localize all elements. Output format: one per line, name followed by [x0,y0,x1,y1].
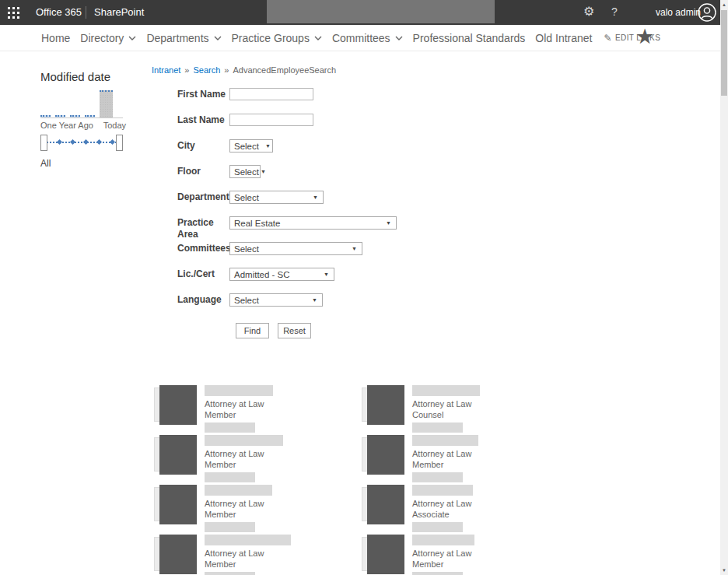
result-card[interactable]: Attorney at Law Member [159,482,367,532]
redacted-contact-bar [205,472,255,482]
histogram-bar-today [100,90,113,117]
redacted-contact-bar [412,422,463,433]
card-body: Attorney at Law Associate [412,482,473,532]
redacted-name-bar [412,385,480,396]
card-edge-decoration [362,537,367,571]
suite-bar-redacted-area [267,0,495,23]
app-launcher-icon[interactable] [7,6,20,19]
reset-button[interactable]: Reset [278,323,311,338]
result-card[interactable]: Attorney at Law Member [159,532,367,575]
person-photo-placeholder [367,385,404,425]
practice-area-select[interactable]: Real Estate ▼ [229,216,397,230]
breadcrumb: Intranet » Search » AdvancedEmployeeSear… [152,65,336,75]
find-button[interactable]: Find [236,323,269,338]
nav-item-old-intranet[interactable]: Old Intranet [535,32,592,44]
person-photo-placeholder [159,485,197,524]
card-edge-decoration [362,487,367,521]
city-select[interactable]: Select ▼ [229,139,273,153]
result-card[interactable]: Attorney at Law Associate [367,482,575,532]
last-name-input[interactable] [229,114,313,126]
first-name-label: First Name [177,88,229,100]
result-card[interactable]: Attorney at Law Counsel [367,383,575,433]
form-row-practice-area: Practice Area Real Estate ▼ [177,216,397,242]
card-edge-decoration [154,537,159,571]
search-results-grid: Attorney at Law Member Attorney at Law C… [159,383,575,575]
card-body: Attorney at Law Member [205,532,291,575]
nav-item-label: Committees [332,32,390,44]
committees-select[interactable]: Select ▼ [229,242,362,255]
result-card[interactable]: Attorney at Law Member [159,433,367,482]
redacted-name-bar [205,435,283,446]
slider-handle-left[interactable] [40,135,47,151]
avatar[interactable] [698,3,716,22]
nav-item-label: Departments [146,32,208,44]
vertical-scrollbar[interactable]: ▲ ▼ [720,0,728,575]
user-name[interactable]: valo admin [656,7,701,18]
person-role: Member [205,559,291,570]
slider-handle-right[interactable] [116,135,123,151]
card-body: Attorney at Law Member [205,383,273,433]
refiner-all-link[interactable]: All [40,158,51,169]
person-role: Associate [412,509,473,520]
redacted-contact-bar [205,422,255,433]
breadcrumb-search[interactable]: Search [193,65,220,75]
dropdown-arrow-icon: ▼ [312,297,317,303]
floor-select[interactable]: Select ▼ [229,165,261,178]
floor-label: Floor [177,165,229,177]
sharepoint-brand[interactable]: SharePoint [94,6,144,18]
scroll-down-icon[interactable]: ▼ [720,568,728,573]
department-select[interactable]: Select ▼ [229,191,324,204]
card-body: Attorney at Law Counsel [412,383,480,433]
chevron-down-icon [314,36,322,40]
redacted-contact-bar [412,472,463,482]
committees-label: Committees [177,242,229,254]
result-card[interactable]: Attorney at Law Member [159,383,367,433]
person-title: Attorney at Law [205,449,283,459]
follow-star-icon[interactable]: ★ [635,26,654,47]
nav-item-directory[interactable]: Directory [80,32,136,44]
chevron-down-icon [395,36,403,40]
slider-tick [96,139,102,145]
last-name-label: Last Name [177,114,229,126]
office-365-brand[interactable]: Office 365 [36,6,82,18]
nav-item-home[interactable]: Home [41,32,70,44]
scroll-up-icon[interactable]: ▲ [720,2,728,7]
help-icon[interactable]: ? [611,5,618,18]
department-label: Department [177,191,229,203]
select-value: Select [234,193,259,202]
person-photo-placeholder [159,535,197,574]
redacted-name-bar [412,535,474,545]
result-card[interactable]: Attorney at Law Member [367,532,575,575]
histogram-bar [70,115,80,117]
histogram-bar [55,115,65,117]
gear-icon[interactable]: ⚙ [583,4,594,19]
language-select[interactable]: Select ▼ [229,293,323,307]
redacted-name-bar [412,485,473,496]
breadcrumb-intranet[interactable]: Intranet [152,65,180,75]
top-navigation: Home Directory Departments Practice Grou… [0,25,720,51]
breadcrumb-separator: » [184,65,189,75]
person-title: Attorney at Law [205,399,273,409]
form-row-lic-cert: Lic./Cert Admitted - SC ▼ [177,268,397,293]
redacted-contact-bar [205,572,255,575]
person-title: Attorney at Law [412,549,474,559]
lic-cert-select[interactable]: Admitted - SC ▼ [229,268,334,281]
result-card[interactable]: Attorney at Law Member [367,433,575,482]
date-range-slider[interactable] [40,135,123,151]
person-role: Member [412,559,474,570]
nav-item-practice-groups[interactable]: Practice Groups [232,32,322,44]
nav-item-departments[interactable]: Departments [146,32,221,44]
person-title: Attorney at Law [412,449,478,459]
card-edge-decoration [362,437,367,472]
nav-item-committees[interactable]: Committees [332,32,403,44]
person-role: Member [205,459,283,470]
nav-item-professional-standards[interactable]: Professional Standards [413,32,526,44]
person-role: Member [412,459,478,470]
suite-bar: Office 365 SharePoint ⚙ ? valo admin [0,0,720,25]
first-name-input[interactable] [229,88,313,100]
select-value: Select [234,296,259,305]
scrollbar-thumb[interactable] [721,10,727,96]
dropdown-arrow-icon: ▼ [324,272,329,277]
person-photo-placeholder [159,435,197,475]
person-photo-placeholder [367,485,404,524]
